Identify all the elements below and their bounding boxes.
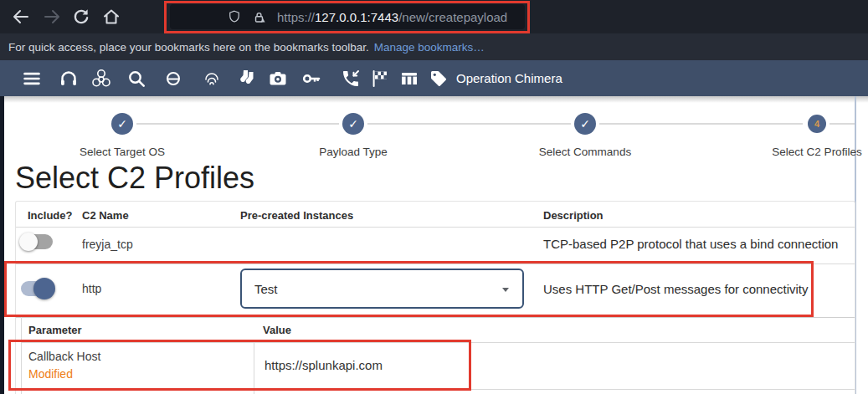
- operation-name-label: Operation Chimera: [456, 60, 562, 96]
- step-1-circle[interactable]: ✓: [111, 113, 133, 135]
- paperclip-icon[interactable]: [163, 69, 183, 89]
- url-bar[interactable]: https://127.0.0.1:7443/new/createpayload: [170, 4, 525, 29]
- value-header: Value: [263, 324, 291, 336]
- divider: [21, 342, 855, 343]
- step-connector: [599, 123, 803, 125]
- param-header: Parameter: [28, 324, 82, 336]
- menu-icon[interactable]: [21, 68, 43, 90]
- c2-description: Uses HTTP Get/Post messages for connecti…: [543, 282, 809, 296]
- reload-icon[interactable]: [71, 7, 91, 27]
- toggle-knob: [19, 233, 38, 251]
- c2-profiles-table: Include? C2 Name Pre-created Instances D…: [15, 201, 855, 394]
- phone-incoming-icon[interactable]: [341, 69, 361, 89]
- url-text: https://127.0.0.1:7443/new/createpayload: [277, 10, 507, 24]
- step-2-label: Payload Type: [261, 146, 445, 158]
- divider: [16, 227, 855, 228]
- browser-toolbar: https://127.0.0.1:7443/new/createpayload: [0, 0, 868, 33]
- browser-window: https://127.0.0.1:7443/new/createpayload…: [0, 0, 868, 394]
- col-header-include: Include?: [28, 209, 72, 222]
- columns-icon[interactable]: [399, 69, 419, 89]
- col-header-description: Description: [543, 209, 603, 222]
- subtable-col-divider: [254, 342, 254, 394]
- toggle-knob: [33, 278, 55, 299]
- shield-icon[interactable]: [227, 9, 242, 24]
- col-header-instances: Pre-created Instances: [240, 209, 353, 222]
- step-connector: [136, 123, 339, 125]
- home-icon[interactable]: [101, 7, 121, 27]
- c2-description: TCP-based P2P protocol that uses a bind …: [543, 237, 838, 251]
- search-icon[interactable]: [126, 69, 146, 89]
- tag-icon[interactable]: [429, 69, 449, 89]
- c2-name: freyja_tcp: [82, 238, 133, 251]
- key-icon[interactable]: [301, 69, 321, 89]
- fingerprint-icon[interactable]: [202, 69, 222, 89]
- instance-select-value: Test: [254, 282, 278, 296]
- instance-select[interactable]: Test: [240, 269, 524, 309]
- c2-name: http: [82, 282, 101, 295]
- step-1-label: Select Target OS: [30, 146, 214, 158]
- step-4-label: Select C2 Profiles: [725, 146, 868, 158]
- chevron-down-icon: [502, 288, 509, 292]
- param-status: Modified: [28, 367, 73, 381]
- checkered-flag-icon[interactable]: [370, 69, 390, 89]
- step-2-circle[interactable]: ✓: [342, 113, 364, 135]
- app-toolbar: Operation Chimera: [0, 60, 868, 96]
- divider: [21, 389, 855, 390]
- step-4-circle[interactable]: 4: [808, 115, 826, 133]
- page-content: ✓ ✓ ✓ 4 Select Target OS Payload Type Se…: [0, 96, 868, 394]
- socks-icon[interactable]: [238, 69, 258, 89]
- check-icon: ✓: [117, 117, 127, 130]
- step-number: 4: [814, 119, 819, 129]
- step-3-label: Select Commands: [493, 146, 677, 158]
- biohazard-icon[interactable]: [91, 69, 111, 89]
- step-connector: [367, 123, 571, 125]
- divider: [16, 317, 855, 318]
- toolbar-shadow: [0, 96, 868, 103]
- check-icon: ✓: [580, 117, 590, 130]
- param-value[interactable]: https://splunkapi.com: [265, 358, 383, 372]
- page-title: Select C2 Profiles: [15, 161, 254, 196]
- param-name: Callback Host: [28, 350, 100, 363]
- bookmarks-bar: For quick access, place your bookmarks h…: [0, 33, 868, 60]
- window-left-edge: [0, 96, 4, 394]
- check-icon: ✓: [348, 117, 358, 130]
- subtable-left-border: [21, 317, 22, 394]
- divider: [16, 264, 855, 264]
- camera-icon[interactable]: [268, 69, 288, 89]
- headphones-icon[interactable]: [59, 69, 79, 89]
- toggle-http[interactable]: [21, 280, 53, 297]
- step-3-circle[interactable]: ✓: [574, 113, 596, 135]
- forward-icon[interactable]: [42, 7, 62, 27]
- lock-warning-icon[interactable]: [251, 9, 267, 25]
- manage-bookmarks-link[interactable]: Manage bookmarks…: [374, 41, 485, 54]
- bookmarks-hint-text: For quick access, place your bookmarks h…: [8, 41, 369, 54]
- back-icon[interactable]: [11, 7, 31, 27]
- step-connector: [829, 123, 855, 125]
- col-header-c2name: C2 Name: [82, 209, 129, 222]
- toggle-freyja-tcp[interactable]: [21, 233, 53, 250]
